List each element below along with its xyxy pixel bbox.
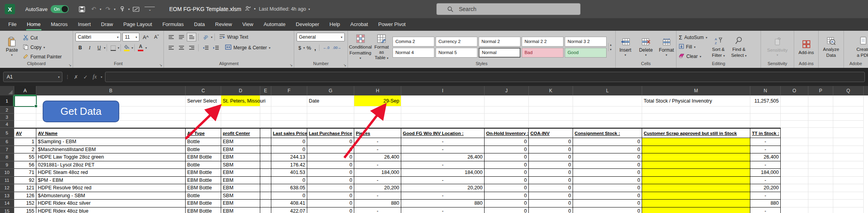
name-box-dropdown-icon[interactable]: ▾ [58,75,60,79]
cell-P9[interactable] [808,161,833,169]
cell-G5[interactable]: Last Purchase Price [307,128,354,138]
accounting-dropdown-icon[interactable]: ▾ [303,46,305,50]
column-header-H[interactable]: H [354,86,401,95]
style-bad[interactable]: Bad [522,48,564,58]
align-center-icon[interactable] [177,43,186,52]
cell-O14[interactable] [781,200,808,207]
cell-B14[interactable]: HDPE Ridex 48oz silver [36,200,186,207]
cell-C1[interactable]: Server Select [186,95,221,106]
name-box[interactable]: A1 ▾ [3,72,62,82]
cancel-icon[interactable]: ✗ [73,74,79,80]
cell-O9[interactable] [781,161,808,169]
gallery-up-icon[interactable]: ▴ [610,43,612,47]
cell-P3[interactable] [808,114,833,121]
column-header-F[interactable]: F [271,86,307,95]
font-color-dropdown-icon[interactable]: ▾ [145,46,147,50]
cell-F4[interactable] [271,121,307,128]
cell-N4[interactable] [750,121,781,128]
column-header-Q[interactable]: Q [833,86,864,95]
cell-M13[interactable] [642,192,750,200]
cell-O2[interactable] [781,106,808,114]
cell-G7[interactable]: 0 [307,146,354,154]
tab-draw[interactable]: Draw [96,18,118,31]
tab-home[interactable]: Home [22,18,46,31]
increase-font-size-icon[interactable]: A^ [141,33,150,41]
cell-G9[interactable]: 0 [307,161,354,169]
cell-E6[interactable] [260,138,271,146]
row-header-8[interactable]: 8 [0,153,14,161]
cell-Q10[interactable] [833,169,864,177]
cell-Q5[interactable] [833,128,864,138]
cell-O11[interactable] [781,177,808,185]
cell-B11[interactable]: $PM - EBM [36,177,186,185]
cell-F8[interactable]: 244.13 [271,153,307,161]
cell-K1[interactable] [529,95,573,106]
cell-K7[interactable]: 0 [529,146,573,154]
cell-C11[interactable]: EBM Bottle [186,177,221,185]
row-header-9[interactable]: 9 [0,161,14,169]
cell-Q11[interactable] [833,177,864,185]
column-header-I[interactable]: I [401,86,485,95]
document-title[interactable]: EOM FG-PKG Template.xlsm [169,6,241,12]
cell-J12[interactable]: 0 [485,184,529,192]
cell-J3[interactable] [485,114,529,121]
cell-D9[interactable]: SBM [221,161,260,169]
cell-E11[interactable] [260,177,271,185]
analyze-data-button[interactable]: Analyze Data [822,33,841,61]
cell-A11[interactable]: 92 [14,177,36,185]
cell-I4[interactable] [401,121,485,128]
format-cells-button[interactable]: Format ▾ [657,33,676,61]
cell-Q6[interactable] [833,138,864,146]
cut-button[interactable]: Cut [23,34,62,42]
font-dialog-launcher-icon[interactable]: ↘ [159,63,162,67]
tab-help[interactable]: Help [324,18,345,31]
tab-view[interactable]: View [237,18,258,31]
cell-I15[interactable]: - [401,207,485,213]
style-comma-2[interactable]: Comma 2 [393,37,434,47]
cell-P15[interactable] [808,207,833,213]
cell-M1[interactable]: Total Stock / Physical Invenotry [642,95,750,106]
number-dialog-launcher-icon[interactable]: ↘ [343,63,346,67]
bold-button[interactable]: B [75,43,85,52]
cell-H8[interactable]: 26,400 [354,153,401,161]
cell-F15[interactable]: 422.07 [271,207,307,213]
cell-M7[interactable] [642,146,750,154]
decrease-decimal-icon[interactable]: .00→ [332,43,342,52]
cell-C6[interactable]: Bottle [186,138,221,146]
comma-style-icon[interactable]: , [313,43,318,52]
column-header-N[interactable]: N [750,86,781,95]
cell-H14[interactable]: 880 [354,200,401,207]
wrap-text-button[interactable]: Wrap Text [219,33,248,41]
cell-E7[interactable] [260,146,271,154]
cell-H11[interactable]: - [354,177,401,185]
cell-D11[interactable]: EBM [221,177,260,185]
cell-F12[interactable]: 638.05 [271,184,307,192]
insert-function-icon[interactable]: fx [92,74,98,80]
cell-G10[interactable]: 0 [307,169,354,177]
cell-Q4[interactable] [833,121,864,128]
cell-J11[interactable]: 0 [485,177,529,185]
cell-B12[interactable]: HDPE Resolve 96oz red [36,184,186,192]
column-header-C[interactable]: C [186,86,221,95]
cell-P4[interactable] [808,121,833,128]
select-all-corner[interactable] [0,86,14,95]
cell-H6[interactable]: - [354,138,401,146]
cell-F2[interactable] [271,106,307,114]
style-normal-5[interactable]: Normal 5 [436,48,477,58]
merge-center-button[interactable]: Merge & Center ▾ [225,43,271,52]
function-dropdown-icon[interactable]: ▾ [101,75,102,79]
cell-J10[interactable]: 0 [485,169,529,177]
cell-H2[interactable] [354,106,401,114]
excel-logo-icon[interactable]: X [5,4,15,14]
cell-M3[interactable] [642,114,750,121]
cell-O8[interactable] [781,153,808,161]
cell-G6[interactable]: 0 [307,138,354,146]
cell-L10[interactable]: 0 [573,169,642,177]
cell-E13[interactable] [260,192,271,200]
style-gallery-scroll[interactable]: ▴ ▾ [608,43,613,51]
underline-dropdown-icon[interactable]: ▾ [104,46,105,50]
cell-O10[interactable] [781,169,808,177]
cell-G15[interactable]: 0 [307,207,354,213]
font-color-icon[interactable]: A [136,43,145,52]
decrease-font-size-icon[interactable]: Aˇ [152,33,161,41]
